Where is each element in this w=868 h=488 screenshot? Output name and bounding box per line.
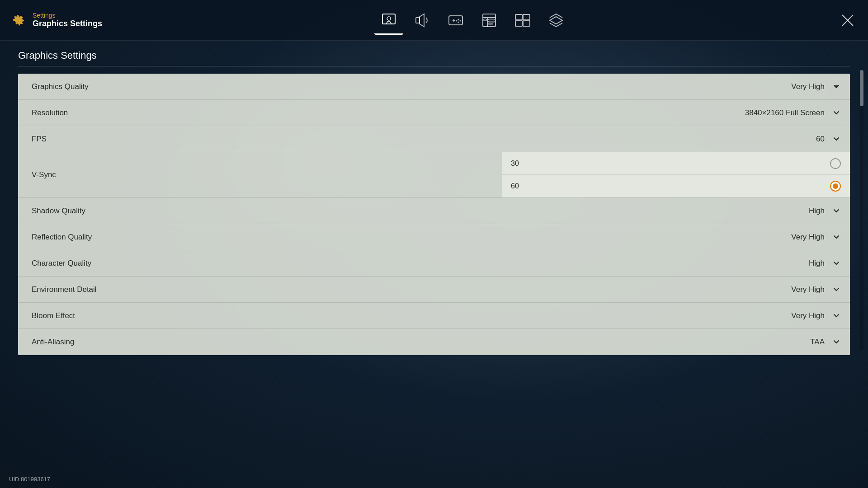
resolution-label: Resolution bbox=[18, 108, 502, 117]
bloom-effect-label: Bloom Effect bbox=[18, 311, 502, 320]
svg-point-6 bbox=[458, 21, 459, 23]
chevron-down-icon bbox=[832, 259, 841, 268]
close-button[interactable] bbox=[836, 9, 859, 32]
radio-option[interactable]: 30 bbox=[502, 158, 850, 169]
shadow-quality-label: Shadow Quality bbox=[18, 206, 502, 216]
fps-value: 60 bbox=[816, 135, 825, 144]
svg-rect-13 bbox=[488, 21, 495, 22]
table-row: Environment Detail Very High bbox=[18, 277, 850, 303]
vsync-60-value: 60 bbox=[511, 182, 519, 190]
svg-rect-8 bbox=[483, 14, 495, 27]
table-row: Shadow Quality High bbox=[18, 198, 850, 224]
nav-tabs bbox=[108, 6, 836, 35]
vsync-control: 30 60 bbox=[502, 152, 850, 197]
svg-point-5 bbox=[460, 20, 461, 21]
tab-interface[interactable] bbox=[475, 6, 504, 35]
table-row: V-Sync 30 60 bbox=[18, 152, 850, 198]
top-bar: Settings Graphics Settings bbox=[0, 0, 868, 41]
vsync-option-30[interactable]: 30 bbox=[502, 152, 850, 175]
title-text: Settings Graphics Settings bbox=[33, 12, 102, 28]
resolution-control[interactable]: 3840×2160 Full Screen bbox=[502, 108, 850, 117]
bloom-effect-control[interactable]: Very High bbox=[502, 311, 850, 320]
shadow-quality-control[interactable]: High bbox=[502, 206, 850, 216]
chevron-down-icon bbox=[832, 311, 841, 320]
section-title: Graphics Settings bbox=[18, 50, 850, 66]
svg-rect-18 bbox=[523, 21, 530, 26]
vsync-label: V-Sync bbox=[18, 170, 502, 179]
svg-rect-2 bbox=[416, 18, 420, 23]
chevron-down-icon bbox=[832, 285, 841, 294]
radio-circle-60[interactable] bbox=[830, 181, 841, 192]
table-row: Graphics Quality Very High bbox=[18, 74, 850, 100]
svg-rect-0 bbox=[382, 14, 395, 24]
chevron-down-icon bbox=[832, 206, 841, 216]
graphics-quality-label: Graphics Quality bbox=[18, 82, 502, 91]
uid-text: UID:801993617 bbox=[9, 476, 50, 483]
character-quality-value: High bbox=[809, 259, 825, 268]
anti-aliasing-value: TAA bbox=[810, 338, 825, 347]
scrollbar-thumb[interactable] bbox=[860, 70, 863, 106]
tab-display[interactable] bbox=[508, 6, 537, 35]
table-row: FPS 60 bbox=[18, 126, 850, 152]
table-row: Resolution 3840×2160 Full Screen bbox=[18, 100, 850, 126]
vsync-30-value: 30 bbox=[511, 160, 519, 168]
graphics-quality-control[interactable]: Very High bbox=[502, 82, 850, 91]
vsync-option-60[interactable]: 60 bbox=[502, 175, 850, 197]
chevron-down-icon bbox=[832, 135, 841, 144]
tab-audio[interactable] bbox=[408, 6, 437, 35]
page-title: Graphics Settings bbox=[33, 19, 102, 28]
environment-detail-label: Environment Detail bbox=[18, 285, 502, 294]
fps-label: FPS bbox=[18, 135, 502, 144]
character-quality-label: Character Quality bbox=[18, 259, 502, 268]
svg-rect-11 bbox=[484, 19, 486, 21]
svg-rect-12 bbox=[488, 19, 495, 20]
title-section: Settings Graphics Settings bbox=[9, 11, 108, 29]
chevron-down-icon bbox=[832, 82, 841, 91]
table-row: Bloom Effect Very High bbox=[18, 303, 850, 329]
chevron-down-icon bbox=[832, 108, 841, 117]
tab-graphics[interactable] bbox=[374, 6, 403, 35]
table-row: Reflection Quality Very High bbox=[18, 224, 850, 250]
resolution-value: 3840×2160 Full Screen bbox=[745, 108, 825, 117]
shadow-quality-value: High bbox=[809, 206, 825, 216]
breadcrumb: Settings bbox=[33, 12, 102, 19]
svg-point-4 bbox=[458, 19, 459, 20]
svg-rect-17 bbox=[515, 21, 522, 26]
table-row: Character Quality High bbox=[18, 250, 850, 277]
bottom-bar: UID:801993617 bbox=[0, 470, 868, 488]
gear-icon bbox=[9, 11, 27, 29]
bloom-effect-value: Very High bbox=[791, 311, 825, 320]
svg-rect-16 bbox=[523, 14, 530, 20]
svg-rect-15 bbox=[515, 14, 522, 20]
graphics-quality-value: Very High bbox=[791, 82, 825, 91]
anti-aliasing-label: Anti-Aliasing bbox=[18, 338, 502, 347]
table-row: Anti-Aliasing TAA bbox=[18, 329, 850, 355]
reflection-quality-value: Very High bbox=[791, 233, 825, 242]
reflection-quality-control[interactable]: Very High bbox=[502, 233, 850, 242]
radio-option[interactable]: 60 bbox=[502, 181, 850, 192]
chevron-down-icon bbox=[832, 338, 841, 347]
character-quality-control[interactable]: High bbox=[502, 259, 850, 268]
scrollbar[interactable] bbox=[860, 70, 863, 350]
radio-circle-30[interactable] bbox=[830, 158, 841, 169]
settings-table: Graphics Quality Very High Resolution 38… bbox=[18, 74, 850, 355]
environment-detail-control[interactable]: Very High bbox=[502, 285, 850, 294]
anti-aliasing-control[interactable]: TAA bbox=[502, 338, 850, 347]
chevron-down-icon bbox=[832, 233, 841, 242]
content-area: Graphics Settings Graphics Quality Very … bbox=[0, 41, 868, 470]
svg-rect-14 bbox=[488, 23, 493, 24]
reflection-quality-label: Reflection Quality bbox=[18, 233, 502, 242]
fps-control[interactable]: 60 bbox=[502, 135, 850, 144]
svg-point-1 bbox=[387, 17, 391, 20]
svg-point-7 bbox=[456, 20, 458, 21]
environment-detail-value: Very High bbox=[791, 285, 825, 294]
tab-controls[interactable] bbox=[441, 6, 470, 35]
tab-layers[interactable] bbox=[542, 6, 571, 35]
